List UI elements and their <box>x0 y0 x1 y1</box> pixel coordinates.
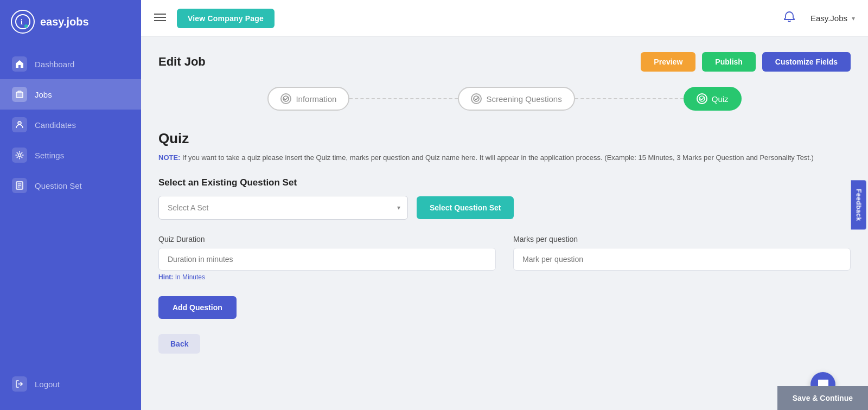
sidebar-dashboard-label: Dashboard <box>35 60 74 69</box>
topbar-user-name: Easy.Jobs <box>810 14 847 23</box>
step-dotted-2 <box>575 98 684 99</box>
preview-button[interactable]: Preview <box>641 52 695 72</box>
topbar-user[interactable]: Easy.Jobs ▾ <box>810 14 855 23</box>
quiz-note: NOTE: If you want to take a quiz please … <box>158 152 851 163</box>
sidebar-nav: Dashboard Jobs Candidates Settings Quest… <box>0 43 141 360</box>
quiz-note-text: If you want to take a quiz please insert… <box>182 153 814 162</box>
select-question-set-button[interactable]: Select Question Set <box>417 196 514 219</box>
jobs-icon <box>12 87 27 102</box>
select-set-dropdown[interactable]: Select A Set <box>158 196 408 220</box>
quiz-title: Quiz <box>158 130 851 147</box>
settings-icon <box>12 148 27 163</box>
step-quiz[interactable]: Quiz <box>684 87 742 111</box>
steps-bar: Information Screening Questions Quiz <box>158 87 851 111</box>
sidebar-item-settings[interactable]: Settings <box>0 140 141 170</box>
feedback-tab[interactable]: Feedback <box>851 180 866 229</box>
marks-input[interactable] <box>513 248 851 271</box>
sidebar-item-jobs[interactable]: Jobs <box>0 79 141 110</box>
publish-button[interactable]: Publish <box>702 52 756 72</box>
sidebar-item-logout[interactable]: Logout <box>0 369 141 399</box>
sidebar-item-candidates[interactable]: Candidates <box>0 110 141 140</box>
step-information-label: Information <box>296 94 336 104</box>
marks-label: Marks per question <box>513 235 851 244</box>
hint-label: Hint: <box>158 273 173 281</box>
quiz-note-label: NOTE: <box>158 153 180 162</box>
sidebar-candidates-label: Candidates <box>35 120 76 130</box>
topbar: View Company Page Easy.Jobs ▾ <box>141 0 868 37</box>
step-screening-check <box>471 93 482 104</box>
menu-icon[interactable] <box>154 12 166 24</box>
sidebar-logo: i easy.jobs <box>0 0 141 43</box>
logo-icon: i <box>11 10 35 34</box>
bell-icon[interactable] <box>783 11 795 25</box>
sidebar-bottom: Logout <box>0 360 141 410</box>
sidebar-item-dashboard[interactable]: Dashboard <box>0 49 141 79</box>
duration-field-group: Quiz Duration Hint: In Minutes <box>158 235 496 281</box>
duration-hint: Hint: In Minutes <box>158 273 496 281</box>
logout-icon <box>12 376 27 392</box>
view-company-button[interactable]: View Company Page <box>177 9 275 28</box>
sidebar-logout-label: Logout <box>35 380 60 389</box>
svg-point-2 <box>24 24 28 28</box>
sidebar-jobs-label: Jobs <box>35 90 52 99</box>
add-question-button[interactable]: Add Question <box>158 296 237 319</box>
logo-text: easy.jobs <box>40 16 89 28</box>
main-wrapper: View Company Page Easy.Jobs ▾ Edit Job P… <box>141 0 868 410</box>
marks-field-group: Marks per question <box>513 235 851 281</box>
svg-point-5 <box>18 154 21 157</box>
sidebar-settings-label: Settings <box>35 151 64 160</box>
candidates-icon <box>12 117 27 132</box>
sidebar-question-set-label: Question Set <box>35 181 82 190</box>
svg-point-4 <box>18 121 21 125</box>
step-quiz-check <box>697 93 707 104</box>
duration-label: Quiz Duration <box>158 235 496 244</box>
select-section-title: Select an Existing Question Set <box>158 177 851 188</box>
step-screening-label: Screening Questions <box>486 94 561 104</box>
sidebar: i easy.jobs Dashboard Jobs Candidates <box>0 0 141 410</box>
hint-text: In Minutes <box>175 273 205 281</box>
chevron-down-icon: ▾ <box>852 15 855 22</box>
svg-point-0 <box>16 15 30 29</box>
customize-fields-button[interactable]: Customize Fields <box>762 52 851 72</box>
svg-rect-3 <box>16 92 23 98</box>
question-set-icon <box>12 178 27 193</box>
content-area: Edit Job Preview Publish Customize Field… <box>141 37 868 410</box>
back-button-row: Back <box>158 334 851 354</box>
duration-marks-row: Quiz Duration Hint: In Minutes Marks per… <box>158 235 851 281</box>
select-row: Select A Set ▾ Select Question Set <box>158 196 851 220</box>
svg-text:i: i <box>21 18 23 26</box>
step-quiz-label: Quiz <box>712 94 729 104</box>
sidebar-item-question-set[interactable]: Question Set <box>0 170 141 201</box>
select-set-wrapper: Select A Set ▾ <box>158 196 408 220</box>
edit-job-actions: Preview Publish Customize Fields <box>641 52 851 72</box>
home-icon <box>12 56 27 72</box>
step-dotted-1 <box>349 98 458 99</box>
edit-job-title: Edit Job <box>158 55 206 69</box>
step-information[interactable]: Information <box>267 87 349 111</box>
duration-input[interactable] <box>158 248 496 271</box>
save-continue-button[interactable]: Save & Continue <box>777 386 868 410</box>
step-screening[interactable]: Screening Questions <box>458 87 575 111</box>
back-button[interactable]: Back <box>158 334 200 354</box>
edit-job-header: Edit Job Preview Publish Customize Field… <box>158 52 851 72</box>
step-information-check <box>280 93 291 104</box>
